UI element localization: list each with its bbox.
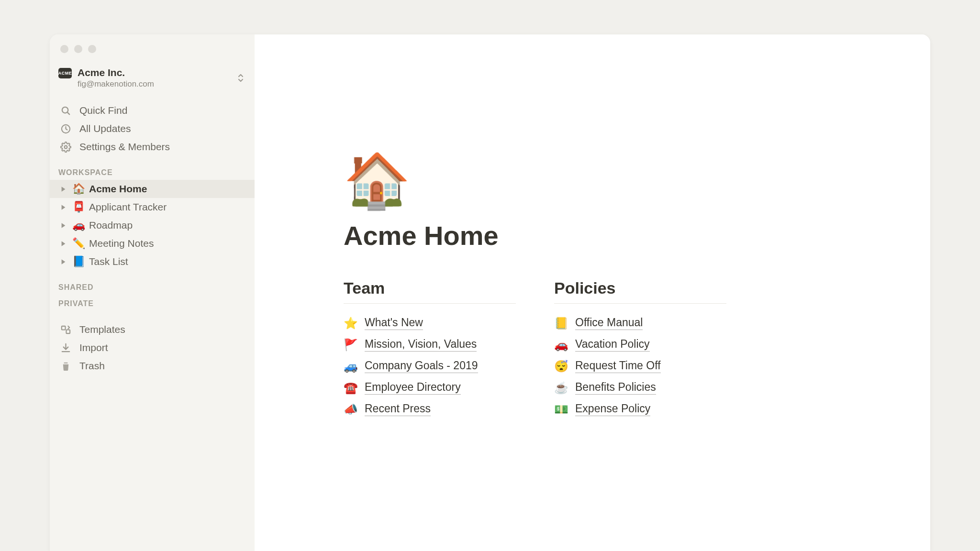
settings-button[interactable]: Settings & Members — [50, 138, 255, 156]
page-label: Meeting Notes — [89, 238, 154, 249]
link-emoji-icon: 📣 — [344, 403, 358, 416]
page-link[interactable]: ☎️Employee Directory — [344, 377, 516, 398]
link-text: What's New — [365, 316, 423, 330]
sidebar: ACME Acme Inc. fig@makenotion.com Quick … — [50, 34, 255, 551]
link-text: Benefits Policies — [575, 381, 656, 395]
link-text: Recent Press — [365, 402, 431, 416]
page-link[interactable]: 💵Expense Policy — [554, 398, 726, 420]
chevron-right-icon[interactable] — [58, 241, 68, 247]
nav-label: Import — [79, 342, 108, 353]
link-emoji-icon: ☕ — [554, 381, 568, 395]
page-emoji-icon: ✏️ — [72, 237, 85, 250]
page-label: Acme Home — [89, 183, 147, 195]
download-icon — [59, 342, 72, 353]
link-text: Employee Directory — [365, 381, 461, 395]
link-emoji-icon: 📒 — [554, 317, 568, 330]
link-emoji-icon: 😴 — [554, 360, 568, 373]
sidebar-bottom-nav: Templates Import Trash — [50, 320, 255, 375]
page-emoji-icon: 📮 — [72, 201, 85, 213]
content-area: 🏠 Acme Home Team⭐What's New🚩Mission, Vis… — [255, 34, 930, 551]
chevron-right-icon[interactable] — [58, 204, 68, 210]
svg-marker-5 — [61, 205, 65, 209]
section-private: PRIVATE — [50, 295, 255, 311]
close-icon[interactable] — [60, 45, 68, 53]
nav-label: All Updates — [79, 123, 131, 134]
clock-icon — [59, 123, 72, 134]
svg-rect-9 — [61, 326, 65, 330]
column-title: Team — [344, 279, 516, 304]
link-text: Mission, Vision, Values — [365, 338, 477, 352]
app-window: ACME Acme Inc. fig@makenotion.com Quick … — [50, 34, 930, 551]
link-emoji-icon: 🚙 — [344, 360, 358, 373]
link-text: Company Goals - 2019 — [365, 359, 478, 373]
quick-find-button[interactable]: Quick Find — [50, 101, 255, 120]
page-link[interactable]: 😴Request Time Off — [554, 355, 726, 377]
nav-label: Settings & Members — [79, 141, 170, 153]
sidebar-page-item[interactable]: ✏️Meeting Notes — [50, 234, 255, 253]
sidebar-page-item[interactable]: 📘Task List — [50, 253, 255, 271]
link-emoji-icon: ⭐ — [344, 317, 358, 330]
page-emoji-icon: 🏠 — [72, 183, 85, 195]
svg-marker-7 — [61, 241, 65, 246]
page-link[interactable]: 🚙Company Goals - 2019 — [344, 355, 516, 377]
svg-rect-10 — [66, 330, 70, 333]
content-column: Policies📒Office Manual🚗Vacation Policy😴R… — [554, 279, 726, 420]
workspace-badge: ACME — [58, 68, 72, 78]
templates-icon — [59, 324, 72, 335]
page-label: Roadmap — [89, 220, 133, 231]
import-button[interactable]: Import — [50, 339, 255, 357]
page-tree: 🏠Acme Home📮Applicant Tracker🚗Roadmap✏️Me… — [50, 180, 255, 271]
link-emoji-icon: 💵 — [554, 403, 568, 416]
content-columns: Team⭐What's New🚩Mission, Vision, Values🚙… — [344, 279, 892, 420]
page-icon[interactable]: 🏠 — [344, 154, 892, 208]
sidebar-nav: Quick Find All Updates Settings & Member… — [50, 101, 255, 156]
section-shared: SHARED — [50, 271, 255, 295]
trash-icon — [59, 361, 72, 372]
link-text: Expense Policy — [575, 402, 650, 416]
link-text: Vacation Policy — [575, 338, 650, 352]
page-link[interactable]: ☕Benefits Policies — [554, 377, 726, 398]
svg-marker-8 — [61, 259, 65, 264]
chevron-right-icon[interactable] — [58, 222, 68, 229]
search-icon — [59, 105, 72, 116]
sidebar-page-item[interactable]: 📮Applicant Tracker — [50, 198, 255, 216]
page-emoji-icon: 🚗 — [72, 219, 85, 231]
all-updates-button[interactable]: All Updates — [50, 120, 255, 138]
workspace-name: Acme Inc. — [78, 66, 232, 79]
page-link[interactable]: 🚗Vacation Policy — [554, 334, 726, 355]
page-label: Task List — [89, 256, 128, 267]
page-link[interactable]: 🚩Mission, Vision, Values — [344, 334, 516, 355]
link-text: Office Manual — [575, 316, 643, 330]
nav-label: Trash — [79, 360, 105, 372]
link-text: Request Time Off — [575, 359, 661, 373]
maximize-icon[interactable] — [88, 45, 96, 53]
chevron-up-down-icon — [237, 74, 246, 82]
chevron-right-icon[interactable] — [58, 259, 68, 265]
chevron-right-icon[interactable] — [58, 186, 68, 192]
minimize-icon[interactable] — [74, 45, 82, 53]
content-column: Team⭐What's New🚩Mission, Vision, Values🚙… — [344, 279, 516, 420]
trash-button[interactable]: Trash — [50, 357, 255, 375]
templates-button[interactable]: Templates — [50, 320, 255, 339]
svg-marker-4 — [61, 187, 65, 191]
workspace-switcher[interactable]: ACME Acme Inc. fig@makenotion.com — [50, 65, 255, 92]
svg-point-3 — [64, 145, 67, 148]
workspace-email: fig@makenotion.com — [78, 79, 232, 89]
page-link[interactable]: 📣Recent Press — [344, 398, 516, 420]
page-title[interactable]: Acme Home — [344, 220, 892, 251]
sidebar-page-item[interactable]: 🏠Acme Home — [50, 180, 255, 198]
column-title: Policies — [554, 279, 726, 304]
window-controls — [50, 39, 255, 65]
link-emoji-icon: ☎️ — [344, 381, 358, 395]
page-emoji-icon: 📘 — [72, 255, 85, 268]
gear-icon — [59, 142, 72, 153]
nav-label: Templates — [79, 324, 125, 335]
page-link[interactable]: 📒Office Manual — [554, 312, 726, 334]
page-link[interactable]: ⭐What's New — [344, 312, 516, 334]
sidebar-page-item[interactable]: 🚗Roadmap — [50, 216, 255, 234]
link-emoji-icon: 🚗 — [554, 338, 568, 352]
svg-line-1 — [67, 112, 69, 114]
section-workspace: WORKSPACE — [50, 156, 255, 180]
nav-label: Quick Find — [79, 105, 127, 116]
svg-marker-6 — [61, 223, 65, 228]
